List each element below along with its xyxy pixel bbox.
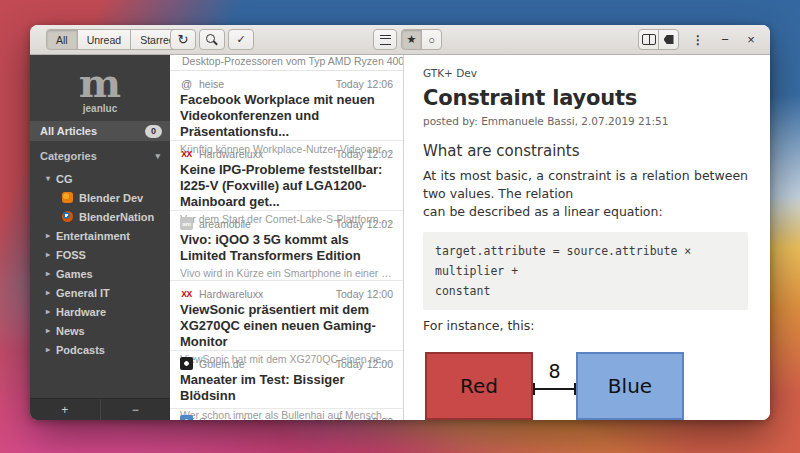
- tab-unread[interactable]: Unread: [77, 29, 131, 50]
- chevron-down-icon: ▾: [155, 151, 160, 161]
- sidebar-item-cg[interactable]: ▾ CG: [30, 169, 170, 188]
- chevron-right-icon: ▸: [46, 269, 56, 278]
- article-title: Maneater im Test: Bissiger Blödsinn: [180, 372, 393, 404]
- constraint-connector: 8: [533, 352, 576, 420]
- feed-name: areamobile: [199, 218, 251, 230]
- tag-button[interactable]: [658, 29, 679, 50]
- categories-header[interactable]: Categories ▾: [30, 147, 170, 165]
- paragraph: can be described as a linear equation:: [423, 203, 748, 221]
- sidebar-item-hardware[interactable]: ▸ Hardware: [30, 302, 170, 321]
- article-heading: Constraint layouts: [423, 86, 748, 110]
- mark-read-button[interactable]: ✓: [228, 29, 254, 50]
- account-username: jeanluc: [30, 103, 170, 114]
- check-icon: ✓: [236, 33, 245, 46]
- sidebar-item-general-it[interactable]: ▸ General IT: [30, 283, 170, 302]
- code-line: constant: [435, 281, 736, 301]
- all-articles-label: All Articles: [40, 125, 97, 137]
- article-time: Today 12:06: [336, 78, 393, 90]
- chevron-down-icon: ▾: [46, 174, 56, 183]
- unread-toggle-button[interactable]: ○: [421, 29, 442, 50]
- remove-feed-button[interactable]: −: [101, 399, 171, 420]
- feed-icon: [180, 357, 193, 370]
- sidebar-item-all-articles[interactable]: All Articles 0: [30, 121, 170, 141]
- feed-name: Golem.de: [199, 358, 245, 370]
- article-title: Keine IPG-Probleme feststellbar: I225-V …: [180, 162, 393, 210]
- category-label: CG: [56, 173, 73, 185]
- feed-name: Hardwareluxx: [199, 148, 263, 160]
- sidebar-item-news[interactable]: ▸ News: [30, 321, 170, 340]
- account-logo: m: [30, 61, 170, 105]
- article-title: Facebook Workplace mit neuen Videokonfer…: [180, 92, 393, 140]
- category-label: FOSS: [56, 249, 86, 261]
- article-time: Today 12:02: [336, 218, 393, 230]
- article-feed-label: GTK+ Dev: [423, 67, 748, 79]
- close-button[interactable]: ×: [742, 29, 760, 50]
- feed-icon: [62, 192, 73, 203]
- feed-icon: XX: [180, 147, 193, 160]
- category-label: Entertainment: [56, 230, 130, 242]
- article-view: GTK+ Dev Constraint layouts posted by: E…: [405, 55, 770, 420]
- categories-label: Categories: [40, 150, 97, 162]
- article-time: Today 12:00: [336, 416, 393, 421]
- category-label: News: [56, 325, 85, 337]
- sidebar-item-foss[interactable]: ▸ FOSS: [30, 245, 170, 264]
- chevron-right-icon: ▸: [46, 326, 56, 335]
- sidebar: m jeanluc All Articles 0 Categories ▾ ▾ …: [30, 55, 170, 420]
- search-button[interactable]: [199, 29, 225, 50]
- article-tools-group: [638, 29, 679, 50]
- list-item[interactable]: @ heise Today 12:06 Facebook Workplace m…: [170, 71, 403, 141]
- chevron-right-icon: ▸: [46, 250, 56, 259]
- paragraph: At its most basic, a constraint is a rel…: [423, 167, 748, 203]
- category-label: Podcasts: [56, 344, 105, 356]
- add-feed-button[interactable]: +: [30, 399, 101, 420]
- overflow-menu-button[interactable]: ⋮: [688, 29, 708, 50]
- tag-icon: [664, 35, 674, 44]
- article-summary: Vivo wird in Kürze ein Smartphone in ein…: [180, 267, 393, 279]
- chevron-right-icon: ▸: [46, 345, 56, 354]
- article-title: ViewSonic präsentiert mit dem XG270QC ei…: [180, 302, 393, 350]
- minimize-icon: −: [721, 32, 729, 47]
- gap-value: 8: [548, 360, 560, 382]
- feed-name: heise: [199, 78, 224, 90]
- article-byline: posted by: Emmanuele Bassi, 2.07.2019 21…: [423, 115, 748, 127]
- article-time: Today 12:02: [336, 148, 393, 160]
- feed-icon: XX: [180, 287, 193, 300]
- sidebar-item-entertainment[interactable]: ▸ Entertainment: [30, 226, 170, 245]
- category-tree: ▾ CG Blender Dev BlenderNation ▸ Enterta…: [30, 169, 170, 359]
- feed-icon: [180, 415, 193, 420]
- list-item[interactable]: XX Hardwareluxx Today 12:00 ViewSonic pr…: [170, 281, 403, 351]
- article-state-group: ★ ○: [401, 29, 442, 50]
- list-menu-button[interactable]: [373, 29, 397, 50]
- section-heading: What are constraints: [423, 142, 748, 160]
- reader-mode-button[interactable]: [638, 29, 659, 50]
- book-icon: [642, 34, 656, 45]
- article-time: Today 12:00: [336, 288, 393, 300]
- feed-icon: am: [180, 217, 193, 230]
- sidebar-footer: + −: [30, 398, 170, 420]
- category-label: Games: [56, 268, 93, 280]
- window-body: m jeanluc All Articles 0 Categories ▾ ▾ …: [30, 55, 770, 420]
- article-time: Today 12:00: [336, 358, 393, 370]
- sidebar-item-games[interactable]: ▸ Games: [30, 264, 170, 283]
- blue-box: Blue: [576, 352, 684, 420]
- feed-name: Hardwareluxx: [199, 288, 263, 300]
- refresh-button[interactable]: ↻: [170, 29, 196, 50]
- sidebar-item-blendernation[interactable]: BlenderNation: [30, 207, 170, 226]
- article-list: Desktop-Prozessoren vom Typ AMD Ryzen 40…: [170, 55, 404, 420]
- feed-label: BlenderNation: [79, 211, 154, 223]
- article-title: Vivo: iQOO 3 5G kommt als Limited Transf…: [180, 232, 393, 264]
- star-toggle-button[interactable]: ★: [401, 29, 422, 50]
- category-label: General IT: [56, 287, 110, 299]
- sidebar-item-podcasts[interactable]: ▸ Podcasts: [30, 340, 170, 359]
- connector-line-icon: [533, 388, 576, 390]
- article-summary: Desktop-Prozessoren vom Typ AMD Ryzen 40…: [182, 55, 403, 67]
- sidebar-item-blender-dev[interactable]: Blender Dev: [30, 188, 170, 207]
- minimize-button[interactable]: −: [716, 29, 734, 50]
- red-box: Red: [425, 352, 533, 420]
- star-icon: ★: [407, 33, 417, 46]
- chevron-right-icon: ▸: [46, 231, 56, 240]
- search-icon: [206, 34, 215, 43]
- list-item-partial[interactable]: Desktop-Prozessoren vom Typ AMD Ryzen 40…: [170, 55, 403, 71]
- tab-all[interactable]: All: [46, 29, 78, 50]
- code-line: target.attribute = source.attribute × mu…: [435, 241, 736, 281]
